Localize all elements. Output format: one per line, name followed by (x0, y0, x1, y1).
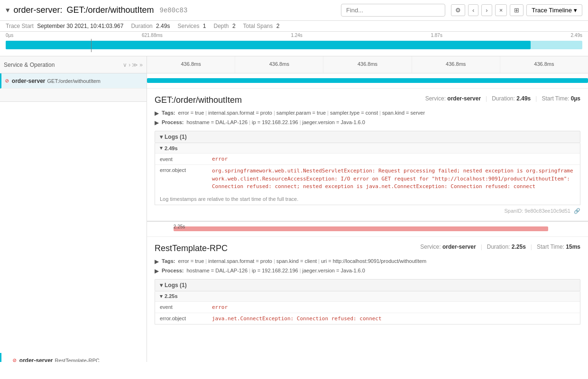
span2-service-meta-label: Service: (420, 244, 442, 250)
span2-proc-sep-1: | (300, 268, 301, 273)
span2-log-time-header[interactable]: ▾ 2.25s (155, 291, 580, 302)
duration-value: 2.49s (156, 23, 170, 29)
span2-log-row-1: error.object java.net.ConnectException: … (155, 313, 580, 324)
span2-proc-0: hostname = DAL-LAP-126 (186, 268, 248, 273)
title-main: GET:/order/withoutItem (66, 5, 154, 15)
span2-duration-meta-label: Duration: (487, 244, 512, 250)
span2-operation-name: RestTemplate-RPC (55, 358, 100, 362)
collapse-icon[interactable]: ▼ (6, 7, 9, 14)
next-button[interactable]: › (481, 4, 492, 16)
span2-log-field-0: event (155, 302, 207, 313)
span2-tag-sep-1: | (274, 258, 275, 264)
ruler-label-0: 0µs (6, 33, 13, 38)
left-panel: Service & Operation ∨ › ≫ » ⊘ order-serv… (0, 56, 147, 362)
duration-label: Duration (131, 23, 152, 29)
span2-bar-row: 2.25s (147, 222, 588, 237)
span1-service-meta-value: order-server (447, 95, 481, 102)
trace-start-label: Trace Start September 30 2021, 10:41:03.… (6, 23, 123, 29)
span1-logs-label: Logs (1) (165, 134, 187, 140)
span1-spanid-row: SpanID: 9e80c83ee10c9d51 🔗 (155, 205, 580, 214)
span1-duration-meta: Duration: 2.49s (492, 95, 531, 102)
span2-error-icon: ⊘ (13, 357, 17, 362)
depth-meta: Depth 2 (214, 23, 236, 29)
span1-starttime-value: 0µs (571, 95, 580, 102)
services-value: 1 (203, 23, 206, 29)
span1-process-toggle[interactable]: ▶ (155, 119, 159, 126)
sort-icons[interactable]: ∨ › ≫ » (123, 62, 143, 68)
span2-title-row: RestTemplate-RPC Service: order-server |… (155, 244, 580, 253)
span2-logs-label: Logs (1) (165, 282, 187, 289)
duration-meta: Duration 2.49s (131, 23, 170, 29)
span1-tags-row: ▶ Tags: error = true | internal.span.for… (155, 110, 580, 117)
span1-service-name: order-server (12, 78, 46, 84)
span1-tag-sep-1: | (274, 110, 275, 116)
span1-process-label: Process: (162, 119, 184, 125)
span1-logs-header[interactable]: ▾ Logs (1) (155, 131, 580, 143)
span2-logs-arrow: ▾ (160, 282, 163, 289)
span2-tag-sep-0: | (205, 258, 207, 264)
sort-double-down-icon[interactable]: ≫ (132, 62, 138, 68)
span-row-2[interactable]: ⊘ order-server RestTemplate-RPC (0, 353, 147, 362)
title-prefix: order-server: (13, 5, 62, 15)
search-input[interactable] (341, 4, 445, 17)
span1-tag-0: error = true (178, 110, 204, 116)
span1-log-note: Log timestamps are relative to the start… (155, 193, 580, 205)
span2-tags-list: error = true | internal.span.format = pr… (178, 258, 427, 264)
span1-process-row: ▶ Process: hostname = DAL-LAP-126 | ip =… (155, 119, 580, 126)
grid-button[interactable]: ⊞ (510, 4, 524, 16)
tcol-4: 436.8ms (500, 56, 588, 73)
span1-tag-sep-0: | (205, 110, 207, 116)
span1-log-value-1: org.springframework.web.util.NestedServl… (207, 165, 580, 193)
span1-logs-arrow: ▾ (160, 134, 163, 140)
span-row-1[interactable]: ⊘ order-server GET:/order/withoutItem (0, 73, 147, 89)
span2-process-toggle[interactable]: ▶ (155, 268, 159, 274)
span1-log-time-header[interactable]: ▾ 2.49s (155, 143, 580, 153)
span1-tag-sep-3: | (379, 110, 381, 116)
page-title: order-server: GET:/order/withoutItem (13, 5, 154, 15)
span2-sep1: | (481, 244, 482, 250)
span1-log-row-1: error.object org.springframework.web.uti… (155, 165, 580, 193)
sort-expand-icon[interactable]: » (139, 62, 143, 68)
prev-button[interactable]: ‹ (468, 4, 478, 16)
sort-right-icon[interactable]: › (129, 62, 130, 68)
timeline-cursor (91, 39, 92, 52)
span2-log-value-1: java.net.ConnectException: Connection re… (207, 313, 580, 324)
depth-value: 2 (232, 23, 236, 29)
span2-proc-2: jaeger.version = Java-1.6.0 (302, 268, 365, 273)
timeline-overview: 0µs 621.88ms 1.24s 1.87s 2.49s (0, 32, 588, 56)
span1-log-row-0: event error (155, 153, 580, 165)
timeline-ruler: 0µs 621.88ms 1.24s 1.87s 2.49s (0, 32, 588, 38)
trace-timeline-arrow-icon: ▾ (574, 7, 577, 14)
span2-tags-toggle[interactable]: ▶ (155, 258, 159, 265)
span1-title-row: GET:/order/withoutItem Service: order-se… (155, 95, 580, 105)
span1-log-table: event error error.object org.springframe… (155, 153, 580, 193)
close-button[interactable]: × (495, 4, 507, 16)
span2-process-row: ▶ Process: hostname = DAL-LAP-126 | ip =… (155, 268, 580, 274)
span1-service-meta: Service: order-server (425, 95, 481, 102)
ruler-label-1: 621.88ms (142, 33, 163, 38)
trace-timeline-button[interactable]: Trace Timeline ▾ (526, 4, 582, 16)
span2-logs-section: ▾ Logs (1) ▾ 2.25s event error err (155, 279, 580, 325)
trace-timeline-label: Trace Timeline (532, 7, 572, 14)
span1-tag-4: span.kind = server (382, 110, 425, 116)
span1-meta-right: Service: order-server | Duration: 2.49s … (425, 95, 580, 102)
span2-log-time-value: 2.25s (165, 293, 178, 299)
services-meta: Services 1 (177, 23, 206, 29)
span1-process-list: hostname = DAL-LAP-126 | ip = 192.168.22… (186, 119, 365, 125)
span1-tags-toggle[interactable]: ▶ (155, 110, 159, 117)
sort-down-icon[interactable]: ∨ (123, 62, 127, 68)
ruler-label-3: 1.87s (431, 33, 442, 38)
span1-link-icon[interactable]: 🔗 (574, 208, 580, 214)
span2-tag-sep-2: | (318, 258, 320, 264)
span2-tag-1: internal.span.format = proto (208, 258, 272, 264)
span2-process-list: hostname = DAL-LAP-126 | ip = 192.168.22… (186, 268, 365, 273)
span1-proc-1: ip = 192.168.22.196 (252, 119, 298, 125)
span2-logs-header[interactable]: ▾ Logs (1) (155, 279, 580, 291)
settings-button[interactable]: ⚙ (451, 4, 465, 16)
span2-time-label: 2.25s (174, 224, 185, 229)
span2-service-meta-value: order-server (442, 244, 476, 250)
span2-process-label: Process: (162, 268, 184, 273)
span2-tag-3: uri = http://localhost:9091/product/with… (321, 258, 426, 264)
span2-duration-meta-value: 2.25s (512, 244, 526, 250)
span2-detail: RestTemplate-RPC Service: order-server |… (147, 237, 588, 331)
